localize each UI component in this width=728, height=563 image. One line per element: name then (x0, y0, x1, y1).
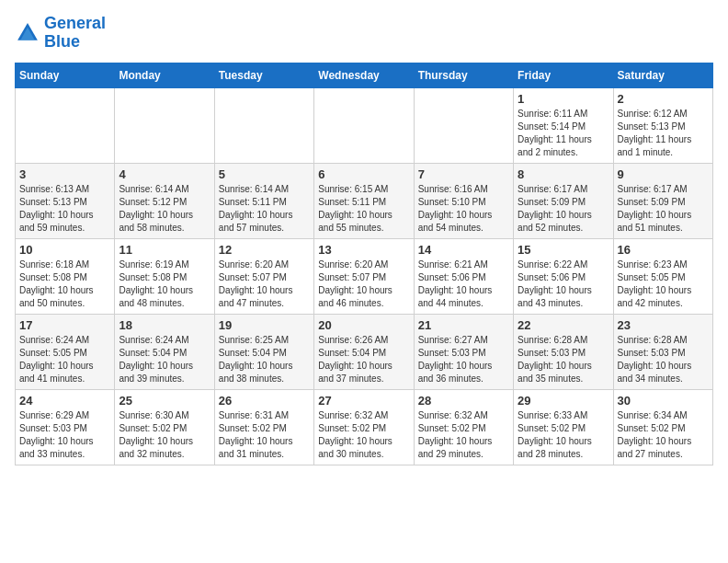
day-info: Sunrise: 6:19 AMSunset: 5:08 PMDaylight:… (119, 259, 210, 310)
calendar-cell: 10Sunrise: 6:18 AMSunset: 5:08 PMDayligh… (16, 238, 115, 314)
day-info: Sunrise: 6:32 AMSunset: 5:02 PMDaylight:… (318, 409, 409, 461)
header: General Blue (15, 15, 713, 52)
day-number: 23 (618, 318, 709, 332)
day-info: Sunrise: 6:32 AMSunset: 5:02 PMDaylight:… (418, 409, 509, 461)
day-info: Sunrise: 6:26 AMSunset: 5:04 PMDaylight:… (318, 334, 409, 385)
calendar-header-row: SundayMondayTuesdayWednesdayThursdayFrid… (16, 63, 713, 87)
calendar-cell: 21Sunrise: 6:27 AMSunset: 5:03 PMDayligh… (414, 314, 513, 389)
day-number: 5 (219, 167, 310, 181)
day-info: Sunrise: 6:14 AMSunset: 5:11 PMDaylight:… (219, 183, 310, 235)
calendar-cell: 3Sunrise: 6:13 AMSunset: 5:13 PMDaylight… (16, 163, 115, 238)
calendar-cell: 11Sunrise: 6:19 AMSunset: 5:08 PMDayligh… (115, 238, 214, 314)
calendar-cell: 8Sunrise: 6:17 AMSunset: 5:09 PMDaylight… (514, 163, 613, 238)
calendar-cell: 23Sunrise: 6:28 AMSunset: 5:03 PMDayligh… (613, 314, 712, 389)
day-info: Sunrise: 6:16 AMSunset: 5:10 PMDaylight:… (418, 183, 509, 235)
day-number: 11 (119, 243, 210, 257)
calendar-cell: 7Sunrise: 6:16 AMSunset: 5:10 PMDaylight… (414, 163, 513, 238)
day-number: 1 (518, 92, 609, 106)
day-number: 8 (518, 167, 609, 181)
day-info: Sunrise: 6:20 AMSunset: 5:07 PMDaylight:… (219, 259, 310, 310)
day-number: 9 (618, 167, 709, 181)
day-info: Sunrise: 6:17 AMSunset: 5:09 PMDaylight:… (618, 183, 709, 235)
day-info: Sunrise: 6:20 AMSunset: 5:07 PMDaylight:… (318, 259, 409, 310)
day-number: 3 (19, 167, 110, 181)
day-number: 18 (119, 318, 210, 332)
page: General Blue SundayMondayTuesdayWednesda… (0, 0, 728, 480)
day-info: Sunrise: 6:24 AMSunset: 5:05 PMDaylight:… (19, 334, 110, 385)
calendar-cell (314, 87, 414, 163)
day-number: 17 (19, 318, 110, 332)
day-info: Sunrise: 6:12 AMSunset: 5:13 PMDaylight:… (618, 108, 709, 159)
day-number: 7 (418, 167, 509, 181)
day-number: 13 (318, 243, 409, 257)
day-info: Sunrise: 6:29 AMSunset: 5:03 PMDaylight:… (19, 409, 110, 461)
calendar-cell: 2Sunrise: 6:12 AMSunset: 5:13 PMDaylight… (613, 87, 712, 163)
calendar-header-wednesday: Wednesday (314, 63, 414, 87)
day-info: Sunrise: 6:24 AMSunset: 5:04 PMDaylight:… (119, 334, 210, 385)
logo-icon (15, 20, 40, 46)
day-number: 16 (618, 243, 709, 257)
day-info: Sunrise: 6:27 AMSunset: 5:03 PMDaylight:… (418, 334, 509, 385)
day-info: Sunrise: 6:23 AMSunset: 5:05 PMDaylight:… (618, 259, 709, 310)
day-info: Sunrise: 6:33 AMSunset: 5:02 PMDaylight:… (518, 409, 609, 461)
calendar-cell: 28Sunrise: 6:32 AMSunset: 5:02 PMDayligh… (414, 389, 513, 465)
day-info: Sunrise: 6:17 AMSunset: 5:09 PMDaylight:… (518, 183, 609, 235)
day-info: Sunrise: 6:28 AMSunset: 5:03 PMDaylight:… (618, 334, 709, 385)
day-number: 21 (418, 318, 509, 332)
day-number: 10 (19, 243, 110, 257)
day-info: Sunrise: 6:31 AMSunset: 5:02 PMDaylight:… (219, 409, 310, 461)
calendar-cell: 29Sunrise: 6:33 AMSunset: 5:02 PMDayligh… (514, 389, 613, 465)
calendar-week-row: 3Sunrise: 6:13 AMSunset: 5:13 PMDaylight… (16, 163, 713, 238)
day-info: Sunrise: 6:30 AMSunset: 5:02 PMDaylight:… (119, 409, 210, 461)
calendar-cell: 6Sunrise: 6:15 AMSunset: 5:11 PMDaylight… (314, 163, 414, 238)
day-number: 20 (318, 318, 409, 332)
calendar-header-thursday: Thursday (414, 63, 513, 87)
calendar-cell: 13Sunrise: 6:20 AMSunset: 5:07 PMDayligh… (314, 238, 414, 314)
calendar-cell (16, 87, 115, 163)
logo-text: General Blue (44, 15, 106, 52)
calendar-header-monday: Monday (115, 63, 214, 87)
calendar-cell: 9Sunrise: 6:17 AMSunset: 5:09 PMDaylight… (613, 163, 712, 238)
day-number: 14 (418, 243, 509, 257)
day-info: Sunrise: 6:21 AMSunset: 5:06 PMDaylight:… (418, 259, 509, 310)
calendar-cell: 30Sunrise: 6:34 AMSunset: 5:02 PMDayligh… (613, 389, 712, 465)
calendar-cell: 12Sunrise: 6:20 AMSunset: 5:07 PMDayligh… (214, 238, 313, 314)
calendar-cell: 20Sunrise: 6:26 AMSunset: 5:04 PMDayligh… (314, 314, 414, 389)
day-number: 27 (318, 394, 409, 408)
calendar-cell: 22Sunrise: 6:28 AMSunset: 5:03 PMDayligh… (514, 314, 613, 389)
calendar-cell: 4Sunrise: 6:14 AMSunset: 5:12 PMDaylight… (115, 163, 214, 238)
calendar-header-saturday: Saturday (613, 63, 712, 87)
day-info: Sunrise: 6:28 AMSunset: 5:03 PMDaylight:… (518, 334, 609, 385)
calendar-week-row: 24Sunrise: 6:29 AMSunset: 5:03 PMDayligh… (16, 389, 713, 465)
day-info: Sunrise: 6:14 AMSunset: 5:12 PMDaylight:… (119, 183, 210, 235)
day-number: 12 (219, 243, 310, 257)
day-info: Sunrise: 6:11 AMSunset: 5:14 PMDaylight:… (518, 108, 609, 159)
day-info: Sunrise: 6:15 AMSunset: 5:11 PMDaylight:… (318, 183, 409, 235)
calendar-cell: 17Sunrise: 6:24 AMSunset: 5:05 PMDayligh… (16, 314, 115, 389)
calendar-cell: 27Sunrise: 6:32 AMSunset: 5:02 PMDayligh… (314, 389, 414, 465)
day-number: 26 (219, 394, 310, 408)
day-info: Sunrise: 6:18 AMSunset: 5:08 PMDaylight:… (19, 259, 110, 310)
day-number: 28 (418, 394, 509, 408)
day-number: 6 (318, 167, 409, 181)
calendar-week-row: 17Sunrise: 6:24 AMSunset: 5:05 PMDayligh… (16, 314, 713, 389)
day-number: 30 (618, 394, 709, 408)
calendar-cell: 25Sunrise: 6:30 AMSunset: 5:02 PMDayligh… (115, 389, 214, 465)
calendar-cell: 19Sunrise: 6:25 AMSunset: 5:04 PMDayligh… (214, 314, 313, 389)
calendar-cell: 18Sunrise: 6:24 AMSunset: 5:04 PMDayligh… (115, 314, 214, 389)
calendar-cell: 14Sunrise: 6:21 AMSunset: 5:06 PMDayligh… (414, 238, 513, 314)
calendar-header-tuesday: Tuesday (214, 63, 313, 87)
calendar-week-row: 10Sunrise: 6:18 AMSunset: 5:08 PMDayligh… (16, 238, 713, 314)
logo: General Blue (15, 15, 106, 52)
calendar-cell: 5Sunrise: 6:14 AMSunset: 5:11 PMDaylight… (214, 163, 313, 238)
calendar-cell (214, 87, 313, 163)
calendar-cell: 16Sunrise: 6:23 AMSunset: 5:05 PMDayligh… (613, 238, 712, 314)
day-number: 29 (518, 394, 609, 408)
day-number: 25 (119, 394, 210, 408)
day-number: 2 (618, 92, 709, 106)
day-info: Sunrise: 6:22 AMSunset: 5:06 PMDaylight:… (518, 259, 609, 310)
day-info: Sunrise: 6:34 AMSunset: 5:02 PMDaylight:… (618, 409, 709, 461)
calendar-cell: 24Sunrise: 6:29 AMSunset: 5:03 PMDayligh… (16, 389, 115, 465)
calendar-week-row: 1Sunrise: 6:11 AMSunset: 5:14 PMDaylight… (16, 87, 713, 163)
calendar-header-sunday: Sunday (16, 63, 115, 87)
